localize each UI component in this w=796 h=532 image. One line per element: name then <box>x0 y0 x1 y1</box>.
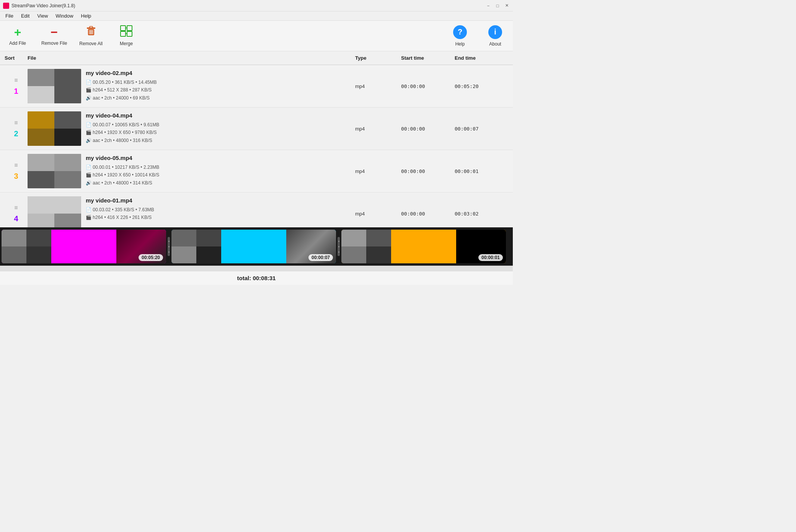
clip-duration-2: 00:00:07 <box>308 254 333 261</box>
row-type-4: mp4 <box>355 211 401 217</box>
file-meta-3: 📄 00.00.01 • 10217 KB/S • 2.23MB 🎬 h264 … <box>86 163 355 187</box>
drag-handle-icon[interactable]: ≡ <box>14 77 18 84</box>
window-controls: − □ ✕ <box>485 3 510 9</box>
maximize-button[interactable]: □ <box>494 3 501 9</box>
menu-help[interactable]: Help <box>77 12 95 20</box>
row-start-4: 00:00:00 <box>401 211 455 217</box>
row-number-3: 3 <box>14 172 18 181</box>
file-name-2: my video-04.mp4 <box>86 112 355 119</box>
timeline-scrollbar[interactable] <box>0 266 513 271</box>
file-details-3: my video-05.mp4 📄 00.00.01 • 10217 KB/S … <box>86 154 355 187</box>
svg-rect-7 <box>127 26 132 31</box>
row-info-3: my video-05.mp4 📄 00.00.01 • 10217 KB/S … <box>28 154 355 188</box>
file-list-container: Sort File Type Start time End time ≡ 1 m… <box>0 51 513 227</box>
row-start-2: 00:00:00 <box>401 126 455 132</box>
row-info-1: my video-02.mp4 📄 00.05.20 • 361 KB/S • … <box>28 69 355 103</box>
merge-icon <box>120 25 132 39</box>
drag-handle-icon[interactable]: ≡ <box>14 119 18 126</box>
timeline-container: 00:05:20 <box>0 227 513 266</box>
thumbnail-3 <box>28 154 81 188</box>
about-label: About <box>489 41 501 47</box>
header-type: Type <box>355 55 401 61</box>
row-type-3: mp4 <box>355 168 401 174</box>
minimize-button[interactable]: − <box>485 3 491 9</box>
add-file-button[interactable]: + Add File <box>6 26 29 46</box>
svg-rect-9 <box>127 31 132 36</box>
menu-window[interactable]: Window <box>52 12 77 20</box>
row-number-1: 1 <box>14 87 18 96</box>
app-icon <box>3 3 9 9</box>
video-icon: 🎬 <box>86 87 93 93</box>
file-details-2: my video-04.mp4 📄 00.00.07 • 10065 KB/S … <box>86 111 355 144</box>
remove-all-icon <box>85 25 97 39</box>
table-row: ≡ 4 my video-01.mp4 📄 00.03.02 • 335 KB/… <box>0 193 513 227</box>
titlebar: StreamPaw Video Joiner(9.1.8) − □ ✕ <box>0 0 513 11</box>
row-end-2: 00:00:07 <box>455 126 508 132</box>
clip-separator-1 <box>166 233 171 260</box>
timeline-clip-1[interactable]: 00:05:20 <box>2 230 166 263</box>
about-icon: i <box>488 25 502 39</box>
file-name-4: my video-01.mp4 <box>86 197 355 204</box>
app-title: StreamPaw Video Joiner(9.1.8) <box>11 3 485 8</box>
remove-file-icon: − <box>51 26 58 38</box>
menu-edit[interactable]: Edit <box>17 12 33 20</box>
merge-label: Merge <box>120 41 133 46</box>
drag-handle-icon[interactable]: ≡ <box>14 162 18 169</box>
menu-view[interactable]: View <box>33 12 52 20</box>
header-end-time: End time <box>455 55 508 61</box>
add-file-label: Add File <box>9 41 26 46</box>
row-start-1: 00:00:00 <box>401 83 455 89</box>
row-info-4: my video-01.mp4 📄 00.03.02 • 335 KB/S • … <box>28 196 355 227</box>
remove-all-button[interactable]: Remove All <box>79 25 103 46</box>
close-button[interactable]: ✕ <box>504 3 510 9</box>
header-sort: Sort <box>5 55 28 61</box>
file-meta-4: 📄 00.03.02 • 335 KB/S • 7.63MB 🎬 h264 • … <box>86 206 355 222</box>
row-sort-2: ≡ 2 <box>5 119 28 138</box>
row-end-4: 00:03:02 <box>455 211 508 217</box>
thumbnail-2 <box>28 111 81 146</box>
file-meta-2: 📄 00.00.07 • 10065 KB/S • 9.61MB 🎬 h264 … <box>86 121 355 144</box>
row-sort-1: ≡ 1 <box>5 77 28 96</box>
svg-rect-8 <box>121 31 126 36</box>
header-start-time: Start time <box>401 55 455 61</box>
row-info-2: my video-04.mp4 📄 00.00.07 • 10065 KB/S … <box>28 111 355 146</box>
row-number-2: 2 <box>14 129 18 138</box>
row-type-1: mp4 <box>355 83 401 89</box>
file-list-header: Sort File Type Start time End time <box>0 51 513 65</box>
table-row: ≡ 3 my video-05.mp4 📄 00.00.01 • 10217 K… <box>0 150 513 193</box>
about-button[interactable]: i About <box>484 25 507 47</box>
menubar: File Edit View Window Help <box>0 11 513 21</box>
svg-rect-6 <box>121 26 126 31</box>
file-name-1: my video-02.mp4 <box>86 70 355 76</box>
row-type-2: mp4 <box>355 126 401 132</box>
help-button[interactable]: ? Help <box>449 25 471 47</box>
drag-handle-icon[interactable]: ≡ <box>14 204 18 211</box>
statusbar: total: 00:08:31 <box>0 271 513 285</box>
total-label: total: <box>237 275 251 281</box>
row-sort-4: ≡ 4 <box>5 204 28 223</box>
menu-file[interactable]: File <box>2 12 17 20</box>
row-end-1: 00:05:20 <box>455 83 508 89</box>
merge-button[interactable]: Merge <box>115 25 138 46</box>
table-row: ≡ 1 my video-02.mp4 📄 00.05.20 • 361 KB/… <box>0 65 513 108</box>
help-icon: ? <box>453 25 467 39</box>
add-file-icon: + <box>14 26 21 38</box>
remove-file-button[interactable]: − Remove File <box>41 26 67 46</box>
timeline-clip-3[interactable]: 00:00:01 <box>341 230 506 263</box>
help-label: Help <box>455 41 465 47</box>
file-meta-1: 📄 00.05.20 • 361 KB/S • 14.45MB 🎬 h264 •… <box>86 78 355 102</box>
row-end-3: 00:00:01 <box>455 168 508 174</box>
remove-all-label: Remove All <box>79 41 103 46</box>
row-number-4: 4 <box>14 214 18 223</box>
clip-duration-3: 00:00:01 <box>478 254 503 261</box>
thumbnail-1 <box>28 69 81 103</box>
timeline-track: 00:05:20 <box>0 227 513 266</box>
timeline-clip-2[interactable]: 00:00:07 <box>171 230 336 263</box>
file-name-3: my video-05.mp4 <box>86 155 355 161</box>
file-icon: 📄 <box>86 80 93 85</box>
remove-file-label: Remove File <box>41 41 67 46</box>
clip-separator-2 <box>336 233 341 260</box>
table-row: ≡ 2 my video-04.mp4 📄 00.00.07 • 10065 K… <box>0 108 513 150</box>
toolbar: + Add File − Remove File Remove All <box>0 21 513 51</box>
file-details-4: my video-01.mp4 📄 00.03.02 • 335 KB/S • … <box>86 196 355 222</box>
